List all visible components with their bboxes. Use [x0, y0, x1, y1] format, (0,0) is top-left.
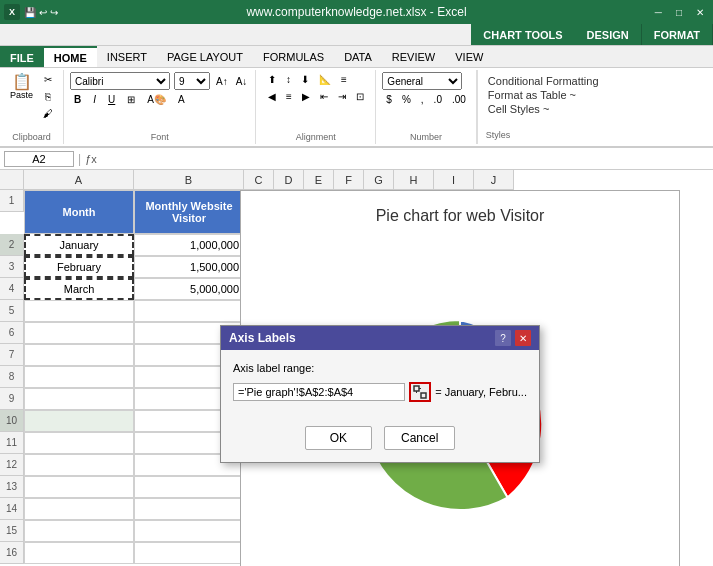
dialog-cancel-btn[interactable]: Cancel — [384, 426, 455, 450]
increase-indent-btn[interactable]: ⇥ — [334, 89, 350, 104]
format-tab[interactable]: FORMAT — [642, 24, 713, 45]
border-btn[interactable]: ⊞ — [123, 92, 139, 107]
copy-btn[interactable]: ⎘ — [39, 89, 57, 104]
alignment-group: ⬆ ↕ ⬇ 📐 ≡ ◀ ≡ ▶ ⇤ ⇥ ⊡ Alignment — [256, 70, 376, 144]
bold-btn[interactable]: B — [70, 92, 85, 107]
row-num-1: 1 — [0, 190, 24, 212]
format-table-btn[interactable]: Format as Table ~ — [486, 88, 629, 102]
font-family-select[interactable]: Calibri — [70, 72, 170, 90]
dialog-help-btn[interactable]: ? — [495, 330, 511, 346]
col-header-g[interactable]: G — [364, 170, 394, 190]
cell-a3[interactable]: February — [24, 256, 134, 278]
col-header-f[interactable]: F — [334, 170, 364, 190]
svg-rect-0 — [414, 386, 419, 391]
comma-btn[interactable]: , — [417, 92, 428, 107]
dialog-ok-btn[interactable]: OK — [305, 426, 372, 450]
fill-color-btn[interactable]: A🎨 — [143, 92, 170, 107]
decrease-decimal-btn[interactable]: .0 — [430, 92, 446, 107]
function-btn[interactable]: ƒx — [85, 153, 97, 165]
align-center-btn[interactable]: ≡ — [282, 89, 296, 104]
range-formula-input[interactable] — [233, 383, 405, 401]
tab-view[interactable]: VIEW — [445, 46, 493, 67]
paste-btn[interactable]: 📋 Paste — [6, 72, 37, 102]
align-right-btn[interactable]: ▶ — [298, 89, 314, 104]
clipboard-group: 📋 Paste ✂ ⎘ 🖌 Clipboard — [0, 70, 64, 144]
cell-b3[interactable]: 1,500,000 — [134, 256, 244, 278]
visitors-header[interactable]: Monthly Website Visitor — [134, 190, 244, 234]
design-tab[interactable]: DESIGN — [575, 24, 642, 45]
cell-b2[interactable]: 1,000,000 — [134, 234, 244, 256]
styles-label: Styles — [486, 128, 629, 140]
cut-btn[interactable]: ✂ — [39, 72, 57, 87]
row-num-3: 3 — [0, 256, 24, 278]
cell-a4[interactable]: March — [24, 278, 134, 300]
col-header-j[interactable]: J — [474, 170, 514, 190]
tab-page-layout[interactable]: PAGE LAYOUT — [157, 46, 253, 67]
conditional-formatting-btn[interactable]: Conditional Formatting — [486, 74, 629, 88]
number-format-select[interactable]: General — [382, 72, 462, 90]
merge-center-btn[interactable]: ⊡ — [352, 89, 368, 104]
formula-bar-divider: | — [78, 152, 81, 166]
cell-styles-btn[interactable]: Cell Styles ~ — [486, 102, 629, 116]
dialog-titlebar: Axis Labels ? ✕ — [221, 326, 539, 350]
month-header[interactable]: Month — [24, 190, 134, 234]
col-header-e[interactable]: E — [304, 170, 334, 190]
svg-rect-1 — [421, 393, 426, 398]
maximize-btn[interactable]: □ — [671, 6, 687, 19]
cell-a2[interactable]: January — [24, 234, 134, 256]
cell-b4[interactable]: 5,000,000 — [134, 278, 244, 300]
col-header-i[interactable]: I — [434, 170, 474, 190]
font-label: Font — [151, 130, 169, 142]
tab-home[interactable]: HOME — [44, 46, 97, 67]
format-painter-btn[interactable]: 🖌 — [39, 106, 57, 121]
alignment-label: Alignment — [296, 130, 336, 142]
chart-tools-label: CHART TOOLS — [471, 24, 574, 45]
spreadsheet-wrapper: A B C D E F G H I J 1 Month Monthly Webs… — [0, 170, 713, 566]
font-size-decrease-btn[interactable]: A↓ — [234, 74, 250, 89]
wrap-text-btn[interactable]: ≡ — [337, 72, 351, 87]
font-group: Calibri 9 11 A↑ A↓ B I U ⊞ A🎨 A Font — [64, 70, 256, 144]
formula-input[interactable] — [101, 152, 709, 166]
quick-access: 💾 ↩ ↪ — [24, 7, 58, 18]
row-num-2: 2 — [0, 234, 24, 256]
tab-review[interactable]: REVIEW — [382, 46, 445, 67]
number-group: General $ % , .0 .00 Number — [376, 70, 477, 144]
corner-cell — [0, 170, 24, 190]
underline-btn[interactable]: U — [104, 92, 119, 107]
currency-btn[interactable]: $ — [382, 92, 396, 107]
col-header-b[interactable]: B — [134, 170, 244, 190]
ribbon-tabs: FILE HOME INSERT PAGE LAYOUT FORMULAS DA… — [0, 46, 713, 68]
minimize-btn[interactable]: ─ — [650, 6, 667, 19]
dialog-close-btn[interactable]: ✕ — [515, 330, 531, 346]
increase-decimal-btn[interactable]: .00 — [448, 92, 470, 107]
cell-reference-box[interactable]: A2 — [4, 151, 74, 167]
align-middle-btn[interactable]: ↕ — [282, 72, 295, 87]
range-input-row: = January, Febru... — [233, 382, 527, 402]
tab-data[interactable]: DATA — [334, 46, 382, 67]
align-bottom-btn[interactable]: ⬇ — [297, 72, 313, 87]
tab-file[interactable]: FILE — [0, 46, 44, 67]
align-top-btn[interactable]: ⬆ — [264, 72, 280, 87]
col-header-h[interactable]: H — [394, 170, 434, 190]
dialog-title: Axis Labels — [229, 331, 296, 345]
col-header-a[interactable]: A — [24, 170, 134, 190]
app-icon: X — [4, 4, 20, 20]
tab-formulas[interactable]: FORMULAS — [253, 46, 334, 67]
dialog-buttons: OK Cancel — [221, 422, 539, 462]
italic-btn[interactable]: I — [89, 92, 100, 107]
font-size-increase-btn[interactable]: A↑ — [214, 74, 230, 89]
col-header-c[interactable]: C — [244, 170, 274, 190]
align-left-btn[interactable]: ◀ — [264, 89, 280, 104]
chart-tools-bar: CHART TOOLS DESIGN FORMAT — [0, 24, 713, 46]
col-header-d[interactable]: D — [274, 170, 304, 190]
range-selector-btn[interactable] — [409, 382, 431, 402]
decrease-indent-btn[interactable]: ⇤ — [316, 89, 332, 104]
axis-labels-dialog[interactable]: Axis Labels ? ✕ Axis label range: — [220, 325, 540, 463]
font-color-btn[interactable]: A — [174, 92, 189, 107]
row-num-4: 4 — [0, 278, 24, 300]
tab-insert[interactable]: INSERT — [97, 46, 157, 67]
percent-btn[interactable]: % — [398, 92, 415, 107]
close-btn[interactable]: ✕ — [691, 6, 709, 19]
font-size-select[interactable]: 9 11 — [174, 72, 210, 90]
text-angle-btn[interactable]: 📐 — [315, 72, 335, 87]
